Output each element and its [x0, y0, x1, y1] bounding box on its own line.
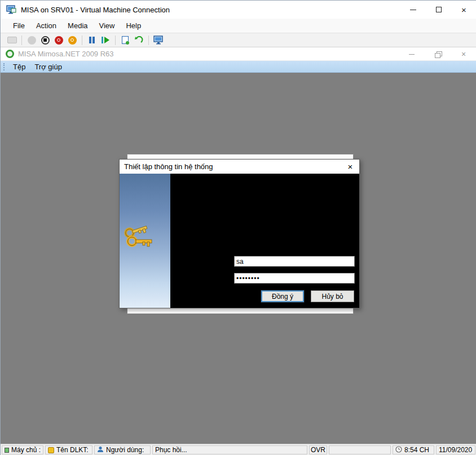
username-input[interactable]: [234, 256, 355, 267]
vm-menubar: Tệp Trợ giúp: [1, 61, 476, 73]
statusbar-server-segment: Máy chủ :: [2, 445, 43, 454]
dialog-close-icon[interactable]: ×: [344, 161, 356, 172]
menu-view[interactable]: View: [94, 20, 121, 32]
hyperv-app-icon: [6, 5, 16, 14]
ok-button[interactable]: Đồng ý: [261, 290, 304, 302]
server-label: Máy chủ :: [11, 446, 41, 454]
statusbar-dlkt-segment: Tên DLKT:: [45, 445, 92, 454]
toolbar-separator: [82, 36, 82, 45]
dialog-form-panel: Đồng ý Hủy bỏ: [170, 174, 359, 308]
vmconnect-window: MISA on SRV01 - Virtual Machine Connecti…: [0, 0, 476, 455]
host-menubar: File Action Media View Help: [1, 19, 476, 33]
statusbar-ovr-segment: OVR: [309, 445, 327, 454]
toolbar-separator: [148, 36, 149, 45]
dialog-body: Đồng ý Hủy bỏ: [120, 174, 359, 308]
dialog-title: Thiết lập thông tin hệ thống: [124, 162, 213, 171]
ovr-label: OVR: [311, 446, 325, 454]
database-icon: [48, 447, 54, 453]
vm-window-title: MISA Mimosa.NET 2009 R63: [18, 50, 114, 58]
menu-help[interactable]: Help: [120, 20, 147, 32]
dialog-side-panel: [120, 174, 170, 308]
statusbar: Máy chủ : Tên DLKT: Người dùng: Phục hồi…: [1, 444, 476, 455]
menu-action[interactable]: Action: [30, 20, 62, 32]
host-toolbar: [1, 33, 476, 47]
turn-off-icon[interactable]: [38, 34, 52, 46]
vm-restore-icon[interactable]: [425, 47, 451, 61]
checkpoint-icon[interactable]: [118, 34, 132, 46]
server-icon: [5, 448, 9, 453]
statusbar-user-segment: Người dùng:: [94, 445, 151, 454]
menu-file[interactable]: File: [7, 20, 30, 32]
keys-icon: [122, 223, 157, 254]
close-icon[interactable]: ×: [451, 1, 476, 19]
minimize-icon[interactable]: [400, 1, 426, 19]
dlkt-label: Tên DLKT:: [56, 446, 89, 454]
reset-icon[interactable]: [99, 34, 112, 46]
toolbar-separator: [21, 36, 22, 45]
revert-icon[interactable]: [132, 34, 146, 46]
clock-icon: [395, 446, 402, 454]
statusbar-date-segment: 11/09/2020: [436, 445, 475, 454]
system-info-dialog: Thiết lập thông tin hệ thống ×: [119, 159, 360, 308]
enhanced-session-icon[interactable]: [152, 34, 165, 46]
user-icon: [97, 446, 104, 454]
shut-down-icon[interactable]: [52, 34, 65, 46]
vm-menu-tro-giup[interactable]: Trợ giúp: [30, 61, 67, 72]
statusbar-empty-segment: [329, 445, 391, 454]
misa-app-icon: [6, 50, 14, 58]
vm-close-icon[interactable]: ×: [451, 47, 476, 61]
vm-desktop: Thiết lập thông tin hệ thống ×: [1, 73, 476, 444]
start-icon[interactable]: [25, 34, 38, 46]
cancel-button[interactable]: Hủy bỏ: [311, 290, 354, 302]
dialog-titlebar[interactable]: Thiết lập thông tin hệ thống ×: [120, 160, 359, 174]
titlebar: MISA on SRV01 - Virtual Machine Connecti…: [1, 1, 476, 19]
user-label: Người dùng:: [106, 446, 144, 454]
ctrl-alt-del-icon[interactable]: [5, 34, 19, 46]
date-label: 11/09/2020: [439, 446, 472, 454]
vm-minimize-icon[interactable]: [399, 47, 425, 61]
pause-icon[interactable]: [85, 34, 99, 46]
vm-caption-buttons: ×: [399, 47, 476, 61]
time-label: 8:54 CH: [404, 446, 429, 454]
vm-titlebar: MISA Mimosa.NET 2009 R63 ×: [1, 47, 476, 61]
status-message: Phục hồi...: [155, 446, 187, 454]
save-state-icon[interactable]: [65, 34, 79, 46]
statusbar-time-segment: 8:54 CH: [393, 445, 434, 454]
menu-media[interactable]: Media: [62, 20, 93, 32]
toolbar-separator: [115, 36, 116, 45]
window-title: MISA on SRV01 - Virtual Machine Connecti…: [21, 6, 170, 14]
vm-menu-tep[interactable]: Tệp: [8, 61, 30, 72]
statusbar-message-segment: Phục hồi...: [152, 445, 307, 454]
menubar-grip[interactable]: [3, 63, 5, 70]
maximize-icon[interactable]: [426, 1, 451, 19]
caption-buttons: ×: [400, 1, 476, 19]
password-input[interactable]: [234, 273, 355, 284]
